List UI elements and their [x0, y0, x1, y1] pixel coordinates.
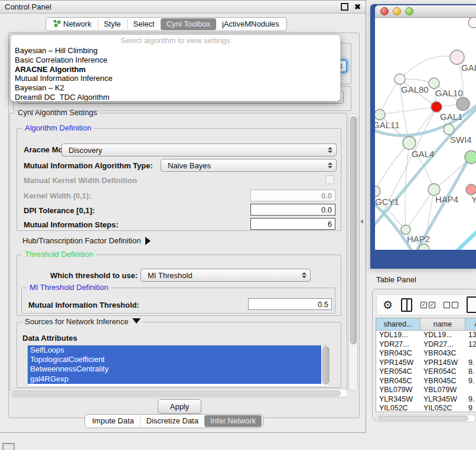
- table-panel: ⚙ ✓✓ shared...nameA YDL19...YDL19...13YD…: [372, 289, 476, 421]
- table-row[interactable]: YER054CYER054C8.: [376, 367, 476, 377]
- table-row[interactable]: YIL052CYIL052C9: [376, 404, 476, 412]
- close-window-icon[interactable]: [380, 7, 389, 15]
- attribute-item[interactable]: BetweennessCentrality: [28, 364, 321, 374]
- mi-threshold-input[interactable]: [248, 298, 332, 310]
- attribute-item[interactable]: SelfLoops: [28, 345, 321, 355]
- node-table[interactable]: shared...nameA YDL19...YDL19...13YDR27..…: [376, 318, 476, 412]
- table-row[interactable]: YBR043CYBR043C: [376, 349, 476, 358]
- algorithm-option[interactable]: Basic Correlation Inference: [11, 56, 340, 65]
- table-row[interactable]: YBR045CYBR045C9.: [376, 377, 476, 386]
- tab-cyni-toolbox[interactable]: Cyni Toolbox: [161, 18, 216, 30]
- table-row[interactable]: YDR27...YDR27...12: [376, 340, 476, 350]
- node-label-gal: GAL: [461, 63, 476, 73]
- network-icon: [53, 19, 61, 30]
- table-cell: YDR27...: [420, 340, 465, 350]
- network-node-y[interactable]: [466, 184, 476, 195]
- tab-network[interactable]: Network: [47, 18, 97, 31]
- tab-jactivemnodules[interactable]: jActiveMNodules: [216, 18, 285, 30]
- dpi-tolerance-input[interactable]: [250, 204, 335, 216]
- table-row[interactable]: YLR345WYLR345W9.: [376, 395, 476, 405]
- manual-kernel-checkbox[interactable]: [325, 175, 334, 184]
- network-node-gal10[interactable]: [429, 78, 439, 89]
- algorithm-option[interactable]: Bayesian – Hill Climbing: [11, 46, 340, 56]
- mi-type-combo[interactable]: Naive Bayes: [161, 159, 337, 172]
- gear-icon[interactable]: ⚙: [383, 299, 393, 311]
- tab-discretize-data[interactable]: Discretize Data: [140, 415, 204, 427]
- close-panel-icon[interactable]: ✖: [354, 4, 361, 10]
- collapsed-panel-icon[interactable]: [2, 443, 15, 450]
- tab-impute-data[interactable]: Impute Data: [86, 415, 140, 427]
- attribute-item[interactable]: gal4RGexp: [28, 374, 321, 384]
- network-edge: [444, 231, 476, 250]
- network-node-swi4[interactable]: [444, 124, 454, 135]
- table-cell: 9.: [465, 377, 476, 386]
- node-label-hap4: HAP4: [435, 194, 458, 204]
- float-window-icon[interactable]: [341, 3, 348, 11]
- table-cell: 13: [465, 331, 476, 340]
- node-label-gal80: GAL80: [401, 84, 429, 94]
- table-cell: YIL052C: [376, 404, 420, 412]
- table-row[interactable]: YPR145WYPR145W9.: [376, 358, 476, 368]
- table-cell: YPR145W: [376, 358, 420, 368]
- table-cell: [465, 386, 476, 395]
- aracne-mode-combo[interactable]: Discovery: [61, 144, 337, 156]
- column-header-name[interactable]: name: [420, 318, 465, 331]
- network-node[interactable]: [468, 18, 476, 28]
- network-node-hap2[interactable]: [401, 225, 410, 234]
- network-edge: [400, 56, 457, 79]
- network-node-gcy1[interactable]: [375, 186, 380, 197]
- tab-style[interactable]: Style: [97, 18, 127, 30]
- columns-icon[interactable]: [401, 298, 412, 312]
- table-row[interactable]: YBL079WYBL079W: [376, 386, 476, 395]
- network-node[interactable]: [457, 97, 470, 110]
- mi-steps-input[interactable]: [250, 218, 335, 230]
- node-label-gal4: GAL4: [412, 149, 434, 159]
- network-node[interactable]: [465, 151, 476, 164]
- network-node-gal80[interactable]: [395, 74, 405, 84]
- algorithm-option[interactable]: Bayesian – K2: [11, 83, 340, 93]
- tab-select[interactable]: Select: [127, 18, 161, 30]
- table-cell: YLR345W: [376, 395, 420, 405]
- table-row[interactable]: YDL19...YDL19...13: [376, 331, 476, 340]
- algorithm-definition-title: Algorithm Definition: [22, 123, 94, 132]
- attribute-item[interactable]: TopologicalCoefficient: [28, 355, 321, 364]
- settings-horizontal-scrollbar[interactable]: [9, 389, 348, 397]
- node-label-gal1: GAL1: [440, 112, 462, 122]
- algorithm-list: Bayesian – Hill ClimbingBasic Correlatio…: [11, 46, 340, 102]
- control-panel-titlebar: Control Panel ✖: [0, 1, 366, 14]
- settings-vertical-scrollbar[interactable]: [348, 113, 358, 391]
- select-all-columns-icon[interactable]: ✓✓: [420, 302, 435, 308]
- table-cell: YDR27...: [376, 340, 420, 350]
- network-node-gal4[interactable]: [403, 136, 416, 149]
- control-panel-tabbar: NetworkStyleSelectCyni ToolboxjActiveMNo…: [45, 17, 287, 31]
- split-divider-grip[interactable]: [360, 219, 363, 224]
- attributes-scrollbar[interactable]: [322, 345, 329, 385]
- column-header-a[interactable]: A: [465, 318, 476, 331]
- network-window-titlebar: [375, 5, 476, 18]
- network-node-gal1[interactable]: [431, 102, 442, 112]
- algorithm-option[interactable]: Dream8 DC_TDC Algorithm: [11, 93, 340, 102]
- which-threshold-combo[interactable]: MI Threshold: [141, 269, 311, 282]
- algorithm-option[interactable]: ARACNE Algorithm: [11, 65, 340, 74]
- data-attributes-list[interactable]: SelfLoopsTopologicalCoefficientBetweenne…: [27, 345, 330, 387]
- deselect-all-columns-icon[interactable]: [444, 302, 458, 308]
- tab-infer-network[interactable]: Infer Network: [204, 415, 262, 427]
- threshold-definition-title: Threshold Definition: [22, 250, 96, 259]
- zoom-window-icon[interactable]: [405, 7, 413, 15]
- kernel-width-input[interactable]: [250, 190, 335, 201]
- algorithm-option[interactable]: Mutual Information Inference: [11, 74, 340, 83]
- new-table-icon[interactable]: [467, 296, 476, 313]
- network-node-gal11[interactable]: [375, 109, 385, 120]
- column-header-shared[interactable]: shared...: [376, 318, 420, 331]
- table-cell: 9: [465, 404, 476, 412]
- apply-button[interactable]: Apply: [158, 399, 201, 414]
- table-cell: YER054C: [376, 367, 420, 377]
- table-horizontal-scrollbar[interactable]: [376, 415, 476, 422]
- aracne-mode-value: Discovery: [69, 146, 327, 155]
- network-node-hap4[interactable]: [428, 184, 440, 195]
- sources-title: Sources for Network Inference: [22, 317, 143, 326]
- table-cell: 9.: [465, 395, 476, 405]
- hub-definition-toggle[interactable]: Hub/Transcription Factor Definition: [22, 236, 151, 245]
- network-canvas[interactable]: GALGAL80GAL10GAL1GAL11SWI4GAL4GCY1HAP4YH…: [375, 18, 476, 250]
- minimize-window-icon[interactable]: [393, 7, 401, 15]
